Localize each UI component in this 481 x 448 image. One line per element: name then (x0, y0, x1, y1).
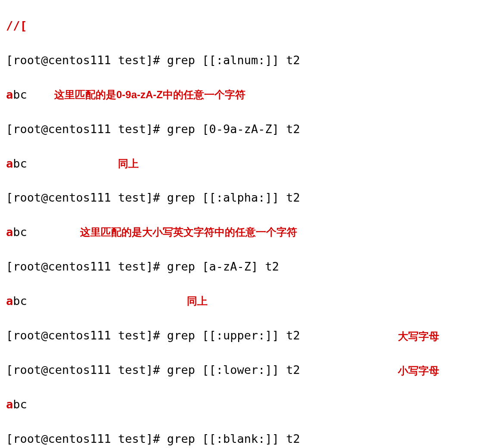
terminal-output: //[ [root@centos111 test]# grep [[:alnum… (0, 0, 481, 448)
command-line: [root@centos111 test]# grep [[:upper:]] … (6, 327, 478, 344)
output-line: abc这里匹配的是0-9a-zA-Z中的任意一个字符 (6, 86, 478, 103)
grep-match: a (6, 294, 13, 308)
grep-match: a (6, 398, 13, 411)
grep-match: a (6, 225, 13, 239)
annotation: 这里匹配的是大小写英文字符中的任意一个字符 (80, 224, 297, 240)
command-line: [root@centos111 test]# grep [[:blank:]] … (6, 430, 478, 448)
annotation: 大写字母 (398, 329, 439, 344)
output-text: bc (13, 398, 27, 411)
output-line: abc同上 (6, 155, 478, 172)
grep-match: a (6, 88, 13, 101)
command-line: [root@centos111 test]# grep [[:alpha:]] … (6, 189, 478, 206)
command-line: [root@centos111 test]# grep [[:alnum:]] … (6, 52, 478, 69)
annotation: 同上 (118, 156, 139, 171)
grep-match: a (6, 157, 13, 170)
output-text: bc (13, 88, 27, 101)
output-line: abc (6, 396, 478, 413)
output-line: //[ (6, 17, 478, 34)
command-line: [root@centos111 test]# grep [0-9a-zA-Z] … (6, 121, 478, 138)
output-text: bc (13, 225, 27, 239)
command-line: [root@centos111 test]# grep [a-zA-Z] t2 (6, 258, 478, 275)
output-text: bc (13, 157, 27, 170)
annotation: 小写字母 (398, 363, 439, 379)
output-text: bc (13, 294, 27, 308)
annotation: 同上 (187, 293, 208, 309)
annotation: 这里匹配的是0-9a-zA-Z中的任意一个字符 (54, 87, 245, 103)
command-line: [root@centos111 test]# grep [[:lower:]] … (6, 361, 478, 379)
output-line: abc同上 (6, 292, 478, 310)
output-line: abc这里匹配的是大小写英文字符中的任意一个字符 (6, 224, 478, 241)
